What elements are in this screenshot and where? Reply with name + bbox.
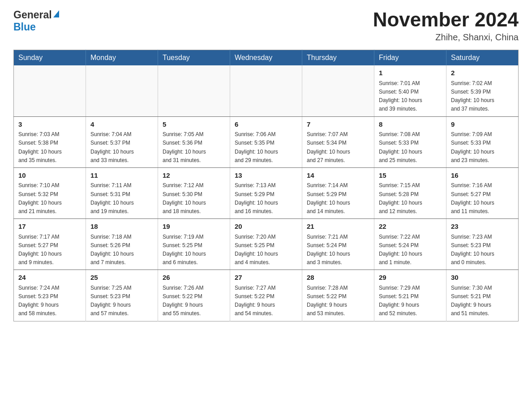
day-info: Sunrise: 7:01 AM Sunset: 5:40 PM Dayligh… (379, 79, 442, 114)
calendar-cell (14, 65, 86, 116)
day-info: Sunrise: 7:22 AM Sunset: 5:24 PM Dayligh… (379, 233, 442, 267)
calendar-cell: 1Sunrise: 7:01 AM Sunset: 5:40 PM Daylig… (374, 65, 446, 116)
day-info: Sunrise: 7:03 AM Sunset: 5:38 PM Dayligh… (18, 130, 81, 165)
day-info: Sunrise: 7:12 AM Sunset: 5:30 PM Dayligh… (163, 181, 225, 216)
calendar-cell: 19Sunrise: 7:19 AM Sunset: 5:25 PM Dayli… (158, 219, 230, 270)
day-info: Sunrise: 7:20 AM Sunset: 5:25 PM Dayligh… (235, 233, 297, 267)
calendar-week-row: 24Sunrise: 7:24 AM Sunset: 5:23 PM Dayli… (14, 270, 519, 321)
logo: General Blue (13, 9, 59, 33)
logo-general-text: General (13, 9, 52, 21)
calendar-cell: 2Sunrise: 7:02 AM Sunset: 5:39 PM Daylig… (446, 65, 519, 116)
day-number: 8 (379, 120, 442, 130)
day-info: Sunrise: 7:16 AM Sunset: 5:27 PM Dayligh… (451, 181, 514, 216)
day-info: Sunrise: 7:24 AM Sunset: 5:23 PM Dayligh… (18, 284, 81, 318)
day-info: Sunrise: 7:09 AM Sunset: 5:33 PM Dayligh… (451, 130, 514, 165)
day-number: 16 (451, 171, 514, 181)
day-number: 28 (307, 273, 369, 283)
day-info: Sunrise: 7:07 AM Sunset: 5:34 PM Dayligh… (307, 130, 369, 165)
day-number: 24 (18, 273, 81, 283)
page-header: General Blue November 2024 Zhihe, Shanxi… (13, 9, 519, 43)
calendar-cell: 3Sunrise: 7:03 AM Sunset: 5:38 PM Daylig… (14, 116, 86, 167)
calendar-week-row: 10Sunrise: 7:10 AM Sunset: 5:32 PM Dayli… (14, 167, 519, 218)
calendar-cell: 27Sunrise: 7:27 AM Sunset: 5:22 PM Dayli… (230, 270, 302, 321)
calendar-title: November 2024 (373, 9, 519, 30)
day-info: Sunrise: 7:18 AM Sunset: 5:26 PM Dayligh… (90, 233, 153, 267)
day-number: 13 (235, 171, 297, 181)
day-number: 3 (18, 120, 81, 130)
calendar-cell (302, 65, 374, 116)
weekday-header-wednesday: Wednesday (230, 50, 302, 66)
day-number: 18 (90, 222, 153, 232)
calendar-cell: 16Sunrise: 7:16 AM Sunset: 5:27 PM Dayli… (446, 167, 519, 218)
calendar-cell: 26Sunrise: 7:26 AM Sunset: 5:22 PM Dayli… (158, 270, 230, 321)
day-number: 20 (235, 222, 297, 232)
day-number: 27 (235, 273, 297, 283)
day-number: 30 (451, 273, 514, 283)
day-number: 1 (379, 68, 442, 78)
calendar-cell: 22Sunrise: 7:22 AM Sunset: 5:24 PM Dayli… (374, 219, 446, 270)
day-number: 11 (90, 171, 153, 181)
calendar-cell: 20Sunrise: 7:20 AM Sunset: 5:25 PM Dayli… (230, 219, 302, 270)
calendar-cell: 8Sunrise: 7:08 AM Sunset: 5:33 PM Daylig… (374, 116, 446, 167)
day-number: 29 (379, 273, 442, 283)
calendar-header-row: SundayMondayTuesdayWednesdayThursdayFrid… (14, 50, 519, 66)
calendar-cell: 14Sunrise: 7:14 AM Sunset: 5:29 PM Dayli… (302, 167, 374, 218)
calendar-table: SundayMondayTuesdayWednesdayThursdayFrid… (13, 50, 519, 321)
calendar-cell: 4Sunrise: 7:04 AM Sunset: 5:37 PM Daylig… (86, 116, 158, 167)
day-info: Sunrise: 7:17 AM Sunset: 5:27 PM Dayligh… (18, 233, 81, 267)
calendar-cell: 12Sunrise: 7:12 AM Sunset: 5:30 PM Dayli… (158, 167, 230, 218)
calendar-cell: 13Sunrise: 7:13 AM Sunset: 5:29 PM Dayli… (230, 167, 302, 218)
day-info: Sunrise: 7:02 AM Sunset: 5:39 PM Dayligh… (451, 79, 514, 114)
day-info: Sunrise: 7:26 AM Sunset: 5:22 PM Dayligh… (163, 284, 225, 318)
calendar-cell: 21Sunrise: 7:21 AM Sunset: 5:24 PM Dayli… (302, 219, 374, 270)
day-info: Sunrise: 7:11 AM Sunset: 5:31 PM Dayligh… (90, 181, 153, 216)
calendar-week-row: 3Sunrise: 7:03 AM Sunset: 5:38 PM Daylig… (14, 116, 519, 167)
day-number: 7 (307, 120, 369, 130)
calendar-cell: 10Sunrise: 7:10 AM Sunset: 5:32 PM Dayli… (14, 167, 86, 218)
day-number: 25 (90, 273, 153, 283)
calendar-subtitle: Zhihe, Shanxi, China (373, 32, 519, 43)
calendar-cell: 30Sunrise: 7:30 AM Sunset: 5:21 PM Dayli… (446, 270, 519, 321)
calendar-cell: 5Sunrise: 7:05 AM Sunset: 5:36 PM Daylig… (158, 116, 230, 167)
calendar-week-row: 17Sunrise: 7:17 AM Sunset: 5:27 PM Dayli… (14, 219, 519, 270)
day-number: 4 (90, 120, 153, 130)
weekday-header-friday: Friday (374, 50, 446, 66)
day-number: 23 (451, 222, 514, 232)
day-info: Sunrise: 7:23 AM Sunset: 5:23 PM Dayligh… (451, 233, 514, 267)
calendar-cell: 24Sunrise: 7:24 AM Sunset: 5:23 PM Dayli… (14, 270, 86, 321)
day-info: Sunrise: 7:06 AM Sunset: 5:35 PM Dayligh… (235, 130, 297, 165)
calendar-cell (86, 65, 158, 116)
calendar-cell: 11Sunrise: 7:11 AM Sunset: 5:31 PM Dayli… (86, 167, 158, 218)
day-info: Sunrise: 7:28 AM Sunset: 5:22 PM Dayligh… (307, 284, 369, 318)
calendar-cell: 7Sunrise: 7:07 AM Sunset: 5:34 PM Daylig… (302, 116, 374, 167)
calendar-cell: 15Sunrise: 7:15 AM Sunset: 5:28 PM Dayli… (374, 167, 446, 218)
day-info: Sunrise: 7:19 AM Sunset: 5:25 PM Dayligh… (163, 233, 225, 267)
day-number: 9 (451, 120, 514, 130)
day-number: 21 (307, 222, 369, 232)
calendar-cell (158, 65, 230, 116)
day-number: 5 (163, 120, 225, 130)
day-number: 14 (307, 171, 369, 181)
logo-arrow-icon (53, 10, 59, 17)
calendar-cell: 18Sunrise: 7:18 AM Sunset: 5:26 PM Dayli… (86, 219, 158, 270)
calendar-cell (230, 65, 302, 116)
day-info: Sunrise: 7:10 AM Sunset: 5:32 PM Dayligh… (18, 181, 81, 216)
logo-line1: General (13, 9, 59, 21)
day-number: 22 (379, 222, 442, 232)
day-number: 2 (451, 68, 514, 78)
day-number: 15 (379, 171, 442, 181)
weekday-header-saturday: Saturday (446, 50, 519, 66)
calendar-week-row: 1Sunrise: 7:01 AM Sunset: 5:40 PM Daylig… (14, 65, 519, 116)
header-right: November 2024 Zhihe, Shanxi, China (373, 9, 519, 43)
calendar-cell: 17Sunrise: 7:17 AM Sunset: 5:27 PM Dayli… (14, 219, 86, 270)
day-number: 6 (235, 120, 297, 130)
day-info: Sunrise: 7:14 AM Sunset: 5:29 PM Dayligh… (307, 181, 369, 216)
calendar-cell: 23Sunrise: 7:23 AM Sunset: 5:23 PM Dayli… (446, 219, 519, 270)
logo-blue-text: Blue (13, 21, 36, 33)
day-info: Sunrise: 7:15 AM Sunset: 5:28 PM Dayligh… (379, 181, 442, 216)
day-info: Sunrise: 7:21 AM Sunset: 5:24 PM Dayligh… (307, 233, 369, 267)
day-number: 17 (18, 222, 81, 232)
calendar-cell: 6Sunrise: 7:06 AM Sunset: 5:35 PM Daylig… (230, 116, 302, 167)
day-info: Sunrise: 7:27 AM Sunset: 5:22 PM Dayligh… (235, 284, 297, 318)
weekday-header-sunday: Sunday (14, 50, 86, 66)
